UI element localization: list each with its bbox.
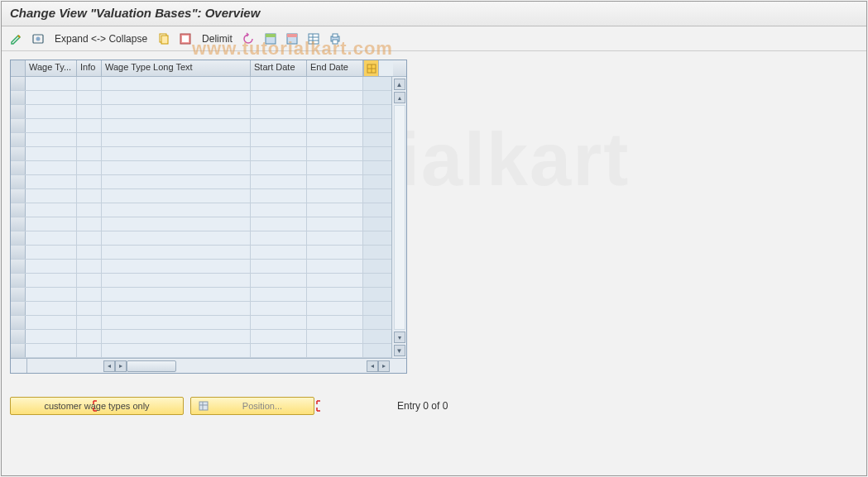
cell-info[interactable] [77,316,102,329]
row-selector[interactable] [11,91,26,104]
row-selector[interactable] [11,274,26,287]
row-selector[interactable] [11,189,26,203]
cell-info[interactable] [77,133,102,146]
row-selector[interactable] [11,119,26,132]
cell-end-date[interactable] [307,133,363,146]
row-selector[interactable] [11,175,26,188]
cell-start-date[interactable] [251,105,307,118]
row-selector[interactable] [11,231,26,245]
scroll-up-icon[interactable]: ▲ [394,79,405,90]
row-selector[interactable] [11,246,26,259]
cell-end-date[interactable] [307,147,363,160]
cell-long-text[interactable] [102,203,251,217]
cell-end-date[interactable] [307,288,363,301]
undo-icon[interactable] [241,31,257,47]
cell-start-date[interactable] [251,288,307,301]
cell-info[interactable] [77,77,102,90]
cell-long-text[interactable] [102,260,251,273]
cell-long-text[interactable] [102,246,251,259]
other-view-icon[interactable] [30,31,46,47]
cell-info[interactable] [77,302,102,315]
cell-wage-type[interactable] [26,119,77,132]
cell-long-text[interactable] [102,119,251,132]
cell-info[interactable] [77,231,102,245]
cell-start-date[interactable] [251,260,307,273]
col-long-text[interactable]: Wage Type Long Text [102,60,251,76]
row-selector[interactable] [11,330,26,343]
cell-end-date[interactable] [307,119,363,132]
scroll-down2-icon[interactable]: ▾ [394,332,405,343]
cell-end-date[interactable] [307,203,363,217]
cell-start-date[interactable] [251,302,307,315]
scroll-down-icon[interactable]: ▼ [394,345,405,356]
cell-end-date[interactable] [307,175,363,188]
horizontal-scrollbar[interactable]: ◂ ▸ ◂ ▸ [11,358,406,373]
row-selector[interactable] [11,344,26,357]
cell-wage-type[interactable] [26,288,77,301]
cell-wage-type[interactable] [26,330,77,343]
row-selector[interactable] [11,288,26,301]
cell-info[interactable] [77,217,102,231]
cell-info[interactable] [77,203,102,217]
delimit-button[interactable]: Delimit [199,33,236,45]
position-button[interactable]: Position... [190,397,314,415]
cell-start-date[interactable] [251,147,307,160]
cell-info[interactable] [77,189,102,203]
cell-start-date[interactable] [251,203,307,217]
select-block-icon[interactable] [262,31,279,47]
cell-start-date[interactable] [251,344,307,357]
cell-long-text[interactable] [102,302,251,315]
cell-info[interactable] [77,274,102,287]
row-selector[interactable] [11,161,26,174]
cell-long-text[interactable] [102,91,251,104]
cell-wage-type[interactable] [26,189,77,203]
cell-long-text[interactable] [102,133,251,146]
cell-info[interactable] [77,175,102,188]
cell-end-date[interactable] [307,161,363,174]
cell-wage-type[interactable] [26,203,77,217]
cell-end-date[interactable] [307,189,363,203]
cell-info[interactable] [77,288,102,301]
cell-end-date[interactable] [307,77,363,90]
cell-wage-type[interactable] [26,231,77,245]
cell-info[interactable] [77,246,102,259]
col-start-date[interactable]: Start Date [251,60,307,76]
expand-collapse-button[interactable]: Expand <-> Collapse [51,33,151,45]
cell-wage-type[interactable] [26,274,77,287]
select-all-icon[interactable] [177,31,194,47]
print-icon[interactable] [327,31,343,47]
scroll-left-icon[interactable]: ▸ [115,360,127,372]
cell-end-date[interactable] [307,260,363,273]
cell-wage-type[interactable] [26,217,77,231]
cell-long-text[interactable] [102,288,251,301]
cell-end-date[interactable] [307,246,363,259]
cell-long-text[interactable] [102,161,251,174]
cell-start-date[interactable] [251,330,307,343]
col-end-date[interactable]: End Date [307,60,363,76]
cell-info[interactable] [77,147,102,160]
vertical-scrollbar[interactable]: ▲ ▴ ▾ ▼ [391,77,406,358]
cell-start-date[interactable] [251,316,307,329]
cell-end-date[interactable] [307,330,363,343]
row-selector[interactable] [11,316,26,329]
cell-start-date[interactable] [251,175,307,188]
table-settings-icon[interactable] [305,31,322,47]
cell-wage-type[interactable] [26,246,77,259]
cell-info[interactable] [77,161,102,174]
row-selector[interactable] [11,133,26,146]
cell-wage-type[interactable] [26,260,77,273]
cell-start-date[interactable] [251,119,307,132]
change-icon[interactable] [8,31,25,47]
cell-wage-type[interactable] [26,77,77,90]
configure-columns-icon[interactable] [363,60,378,76]
cell-end-date[interactable] [307,344,363,357]
cell-end-date[interactable] [307,91,363,104]
row-selector[interactable] [11,203,26,217]
cell-long-text[interactable] [102,217,251,231]
scroll-first-icon[interactable]: ◂ [103,360,115,372]
cell-long-text[interactable] [102,231,251,245]
cell-info[interactable] [77,91,102,104]
row-selector[interactable] [11,77,26,90]
deselect-all-icon[interactable] [284,31,300,47]
row-selector[interactable] [11,302,26,315]
